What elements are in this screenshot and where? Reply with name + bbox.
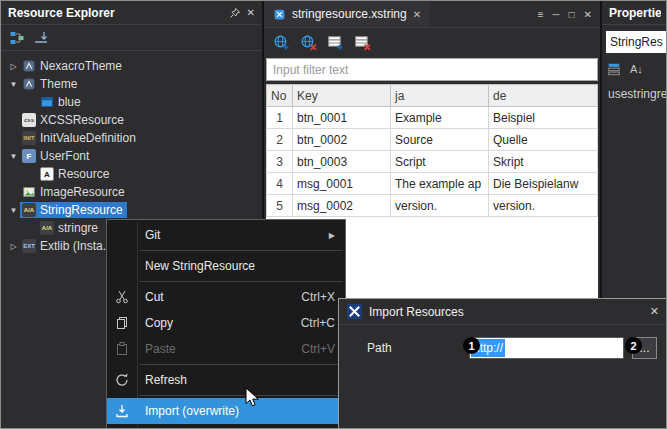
import-resource-icon[interactable] <box>33 30 49 46</box>
cell-ja[interactable]: Script <box>391 151 489 173</box>
chevron-expanded-icon[interactable]: ▼ <box>7 152 20 161</box>
tab-close-icon[interactable]: ✕ <box>413 9 421 20</box>
menu-item-label: Paste <box>145 342 176 356</box>
cell-ja[interactable]: version. <box>391 195 489 217</box>
delete-language-icon[interactable] <box>300 34 317 51</box>
tree-item-nexacrotheme[interactable]: ▷ NexacroTheme <box>1 57 262 75</box>
menu-item-git[interactable]: Git ▶ <box>107 222 345 248</box>
cell-no[interactable]: 1 <box>267 107 293 129</box>
cell-ja[interactable]: Example <box>391 107 489 129</box>
delete-string-row-icon[interactable] <box>354 34 371 51</box>
tree-item-label: UserFont <box>40 149 89 163</box>
menu-item-cut[interactable]: Cut Ctrl+X <box>107 284 345 310</box>
menu-item-paste[interactable]: Paste Ctrl+V <box>107 336 345 362</box>
pin-icon[interactable] <box>229 7 241 19</box>
properties-toolbar: A↓ <box>607 59 643 79</box>
minimize-icon[interactable]: ─ <box>552 9 559 20</box>
cell-de[interactable]: Quelle <box>489 129 598 151</box>
categorize-icon[interactable] <box>607 62 621 77</box>
tree-item-imageresource[interactable]: ImageResource <box>1 183 262 201</box>
filter-input[interactable] <box>266 58 598 81</box>
paste-icon <box>114 341 130 357</box>
table-row: 4 msg_0001 The example ap Die Beispielan… <box>267 173 598 195</box>
tree-item-xcssresource[interactable]: css XCSSResource <box>1 111 262 129</box>
tree-item-userfont[interactable]: ▼ F UserFont <box>1 147 262 165</box>
cell-de[interactable]: Skript <box>489 151 598 173</box>
resource-explorer-title: Resource Explorer <box>8 6 223 20</box>
table-header-row: No Key ja de <box>267 85 598 107</box>
cell-no[interactable]: 4 <box>267 173 293 195</box>
blue-theme-icon <box>40 95 54 109</box>
property-row-label[interactable]: usestringre <box>608 87 667 101</box>
add-language-icon[interactable] <box>273 34 290 51</box>
chevron-collapsed-icon[interactable]: ▷ <box>7 62 20 71</box>
close-icon[interactable]: ✕ <box>650 305 659 318</box>
tab-list-icon[interactable]: ≡ <box>538 9 544 20</box>
cell-no[interactable]: 3 <box>267 151 293 173</box>
menu-item-export[interactable]: Export <box>107 424 345 429</box>
menu-shortcut: Ctrl+X <box>301 290 335 304</box>
cell-de[interactable]: Die Beispielanw <box>489 173 598 195</box>
link-with-editor-icon[interactable] <box>9 30 25 46</box>
path-input[interactable]: http:// <box>469 337 624 359</box>
column-header-de[interactable]: de <box>489 85 598 107</box>
dialog-titlebar[interactable]: Import Resources ✕ <box>339 299 667 325</box>
editor-window-controls: ≡ ─ □ ✕ <box>538 9 600 20</box>
column-header-ja[interactable]: ja <box>391 85 489 107</box>
editor-toolbar <box>264 29 600 56</box>
object-selector[interactable]: StringRes <box>606 31 667 53</box>
refresh-icon <box>114 372 130 388</box>
close-icon[interactable]: ✕ <box>584 9 592 20</box>
cell-key[interactable]: msg_0001 <box>293 173 391 195</box>
chevron-collapsed-icon[interactable]: ▷ <box>7 242 20 251</box>
menu-item-new-stringresource[interactable]: New StringResource <box>107 253 345 279</box>
cell-key[interactable]: btn_0002 <box>293 129 391 151</box>
close-icon[interactable]: ✕ <box>247 8 255 18</box>
properties-title: Properties <box>609 6 661 20</box>
table-row: 2 btn_0002 Source Quelle <box>267 129 598 151</box>
column-header-no[interactable]: No <box>267 85 293 107</box>
string-table: No Key ja de 1 btn_0001 Example Beispiel… <box>266 84 598 217</box>
cell-ja[interactable]: Source <box>391 129 489 151</box>
font-a-icon: A <box>40 167 54 181</box>
cell-ja[interactable]: The example ap <box>391 173 489 195</box>
menu-item-copy[interactable]: Copy Ctrl+C <box>107 310 345 336</box>
dialog-body: Path http:// ... 1 2 <box>339 325 667 429</box>
tree-item-blue[interactable]: blue <box>1 93 262 111</box>
cell-no[interactable]: 2 <box>267 129 293 151</box>
sort-alpha-icon[interactable]: A↓ <box>630 63 643 75</box>
cell-key[interactable]: msg_0002 <box>293 195 391 217</box>
cell-no[interactable]: 5 <box>267 195 293 217</box>
add-string-row-icon[interactable] <box>327 34 344 51</box>
editor-tab-bar: stringresource.xstring ✕ ≡ ─ □ ✕ <box>264 1 600 28</box>
tree-item-initvaluedefinition[interactable]: INIT InitValueDefinition <box>1 129 262 147</box>
tree-item-font-resource[interactable]: A Resource <box>1 165 262 183</box>
extlib-icon: EXT <box>22 239 36 253</box>
cell-key[interactable]: btn_0003 <box>293 151 391 173</box>
chevron-expanded-icon[interactable]: ▼ <box>7 80 20 89</box>
menu-item-import-overwrite[interactable]: Import (overwrite) <box>107 398 345 424</box>
column-header-key[interactable]: Key <box>293 85 391 107</box>
chevron-expanded-icon[interactable]: ▼ <box>7 206 20 215</box>
tree-item-label: NexacroTheme <box>40 59 122 73</box>
menu-item-label: Cut <box>145 290 164 304</box>
cell-de[interactable]: version. <box>489 195 598 217</box>
user-font-icon: F <box>22 149 36 163</box>
menu-item-refresh[interactable]: Refresh <box>107 367 345 393</box>
cell-de[interactable]: Beispiel <box>489 107 598 129</box>
selected-tree-item[interactable]: A/A StringResource <box>20 202 127 218</box>
tree-item-theme[interactable]: ▼ Theme <box>1 75 262 93</box>
app-window: Resource Explorer ✕ ▷ NexacroTheme <box>0 0 667 429</box>
maximize-icon[interactable]: □ <box>569 9 575 20</box>
resource-explorer-toolbar <box>1 25 262 51</box>
cell-key[interactable]: btn_0001 <box>293 107 391 129</box>
import-icon <box>114 403 130 419</box>
nexacro-logo-icon <box>347 304 362 319</box>
tab-stringresource-xstring[interactable]: stringresource.xstring ✕ <box>264 1 430 27</box>
path-label: Path <box>367 341 392 355</box>
annotation-badge-1: 1 <box>463 337 480 354</box>
tree-item-label: ImageResource <box>40 185 125 199</box>
table-row: 3 btn_0003 Script Skript <box>267 151 598 173</box>
tree-item-stringresource[interactable]: ▼ A/A StringResource <box>1 201 262 219</box>
string-resource-icon: A/A <box>40 221 54 235</box>
